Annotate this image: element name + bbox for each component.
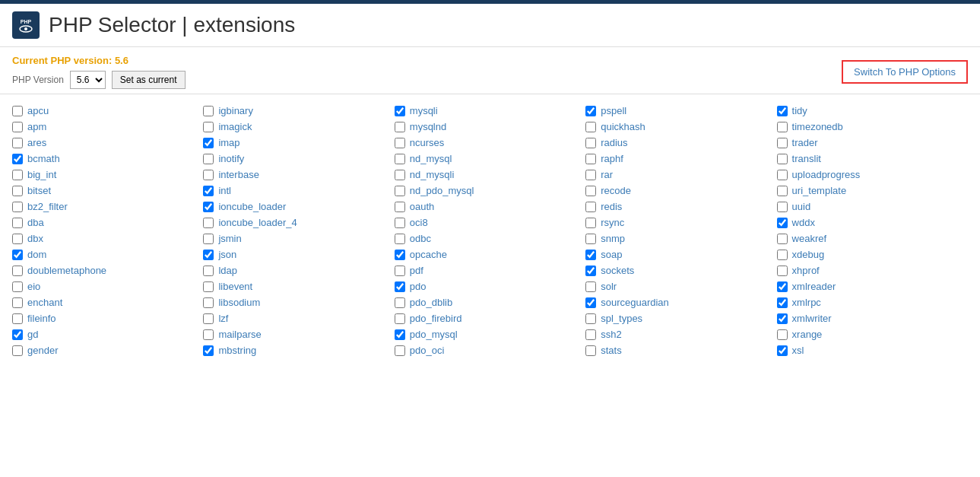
checkbox-timezonedb[interactable] [777,122,788,132]
checkbox-rar[interactable] [585,170,596,180]
list-item: ioncube_loader_4 [203,215,394,230]
list-item: nd_mysql [395,151,585,166]
checkbox-pdf[interactable] [395,266,405,276]
checkbox-lzf[interactable] [203,313,214,324]
checkbox-interbase[interactable] [203,170,214,180]
checkbox-translit[interactable] [777,154,788,164]
checkbox-opcache[interactable] [395,250,405,260]
checkbox-tidy[interactable] [777,106,788,116]
checkbox-xhprof[interactable] [777,266,788,276]
ext-label-dba: dba [27,217,44,228]
checkbox-oci8[interactable] [395,218,405,228]
ext-label-uploadprogress: uploadprogress [792,169,861,180]
checkbox-fileinfo[interactable] [12,313,23,324]
checkbox-ioncube_loader_4[interactable] [203,218,214,228]
checkbox-xdebug[interactable] [777,250,788,260]
list-item: stats [585,343,776,358]
checkbox-imagick[interactable] [203,122,214,132]
checkbox-libevent[interactable] [203,281,214,292]
checkbox-ssh2[interactable] [585,329,596,340]
checkbox-bz2_filter[interactable] [12,202,23,212]
checkbox-nd_mysql[interactable] [395,154,405,164]
checkbox-pdo_mysql[interactable] [395,329,405,340]
checkbox-xmlreader[interactable] [777,281,788,292]
checkbox-wddx[interactable] [777,218,788,228]
ext-label-xhprof: xhprof [792,265,820,276]
checkbox-nd_pdo_mysql[interactable] [395,186,405,196]
list-item: bz2_filter [12,199,203,214]
checkbox-pdo_dblib[interactable] [395,297,405,308]
list-item: solr [585,279,776,294]
checkbox-solr[interactable] [585,281,596,292]
checkbox-sourceguardian[interactable] [585,297,596,308]
checkbox-dbx[interactable] [12,234,23,244]
checkbox-ares[interactable] [12,138,23,148]
checkbox-doublemetaphone[interactable] [12,266,23,276]
checkbox-xmlwriter[interactable] [777,313,788,324]
checkbox-apm[interactable] [12,122,23,132]
checkbox-mysqli[interactable] [395,106,405,116]
set-as-current-button[interactable]: Set as current [112,71,186,89]
checkbox-quickhash[interactable] [585,122,596,132]
checkbox-redis[interactable] [585,202,596,212]
checkbox-ldap[interactable] [203,266,214,276]
checkbox-pspell[interactable] [585,106,596,116]
checkbox-snmp[interactable] [585,234,596,244]
checkbox-pdo_oci[interactable] [395,345,405,356]
checkbox-gender[interactable] [12,345,23,356]
ext-label-inotify: inotify [218,153,244,164]
ext-label-ldap: ldap [218,265,237,276]
checkbox-json[interactable] [203,250,214,260]
checkbox-dba[interactable] [12,218,23,228]
ext-label-fileinfo: fileinfo [27,313,56,324]
checkbox-radius[interactable] [585,138,596,148]
checkbox-weakref[interactable] [777,234,788,244]
checkbox-nd_mysqli[interactable] [395,170,405,180]
checkbox-apcu[interactable] [12,106,23,116]
checkbox-pdo_firebird[interactable] [395,313,405,324]
checkbox-soap[interactable] [585,250,596,260]
ext-label-tidy: tidy [792,105,807,116]
checkbox-oauth[interactable] [395,202,405,212]
checkbox-inotify[interactable] [203,154,214,164]
checkbox-xrange[interactable] [777,329,788,340]
checkbox-spl_types[interactable] [585,313,596,324]
checkbox-intl[interactable] [203,186,214,196]
checkbox-jsmin[interactable] [203,234,214,244]
checkbox-raphf[interactable] [585,154,596,164]
ext-label-libevent: libevent [218,281,252,292]
checkbox-xsl[interactable] [777,345,788,356]
checkbox-rsync[interactable] [585,218,596,228]
checkbox-mysqlnd[interactable] [395,122,405,132]
checkbox-stats[interactable] [585,345,596,356]
version-select[interactable]: 5.6 [70,71,106,89]
checkbox-mbstring[interactable] [203,345,214,356]
checkbox-ncurses[interactable] [395,138,405,148]
checkbox-sockets[interactable] [585,266,596,276]
ext-label-pspell: pspell [601,105,626,116]
checkbox-gd[interactable] [12,329,23,340]
checkbox-pdo[interactable] [395,281,405,292]
checkbox-eio[interactable] [12,281,23,292]
checkbox-libsodium[interactable] [203,297,214,308]
checkbox-bitset[interactable] [12,186,23,196]
checkbox-recode[interactable] [585,186,596,196]
checkbox-big_int[interactable] [12,170,23,180]
checkbox-imap[interactable] [203,138,214,148]
list-item: apm [12,119,203,134]
checkbox-mailparse[interactable] [203,329,214,340]
checkbox-xmlrpc[interactable] [777,297,788,308]
checkbox-enchant[interactable] [12,297,23,308]
checkbox-dom[interactable] [12,250,23,260]
checkbox-trader[interactable] [777,138,788,148]
checkbox-uri_template[interactable] [777,186,788,196]
checkbox-igbinary[interactable] [203,106,214,116]
checkbox-bcmath[interactable] [12,154,23,164]
list-item: xmlwriter [777,311,968,326]
checkbox-uploadprogress[interactable] [777,170,788,180]
checkbox-uuid[interactable] [777,202,788,212]
switch-to-php-options-button[interactable]: Switch To PHP Options [842,60,968,84]
checkbox-odbc[interactable] [395,234,405,244]
ext-label-interbase: interbase [218,169,258,180]
checkbox-ioncube_loader[interactable] [203,202,214,212]
